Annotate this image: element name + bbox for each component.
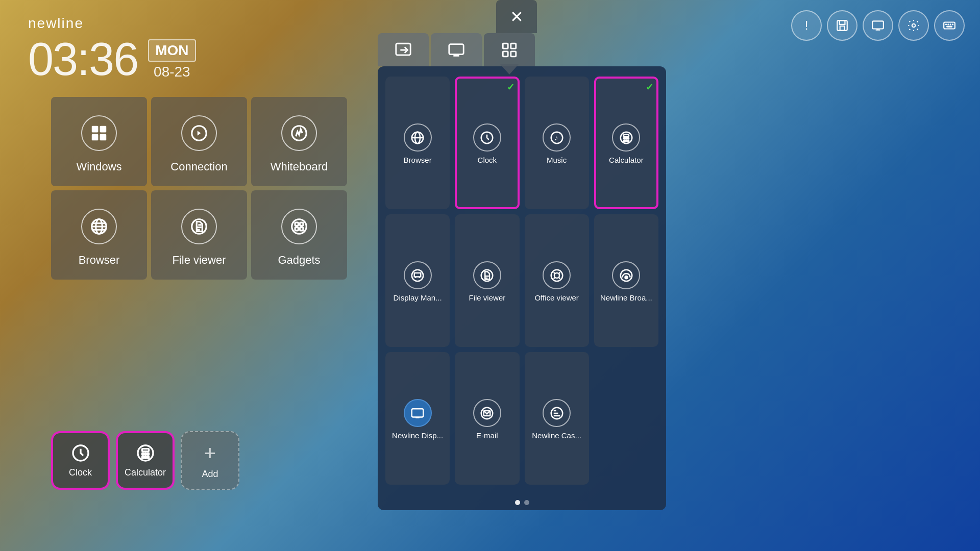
panel-newline-cast-label: Newline Cas... (529, 431, 585, 440)
clock-date-block: MON 08-23 (148, 39, 195, 80)
panel-clock-check: ✓ (507, 82, 514, 93)
app-tile-browser[interactable]: Browser (51, 190, 147, 280)
app-tile-windows[interactable]: Windows (51, 97, 147, 186)
connection-label: Connection (170, 160, 227, 173)
gadgets-label: Gadgets (278, 254, 320, 267)
panel-app-clock[interactable]: ✓ Clock (455, 77, 519, 209)
panel-tab-apps[interactable] (484, 33, 535, 66)
pagination-dot-1[interactable] (515, 500, 520, 505)
clock-day: MON (148, 39, 195, 62)
panel-calculator-check: ✓ (646, 82, 653, 93)
svg-rect-60 (627, 138, 629, 139)
pagination-dot-2[interactable] (524, 500, 529, 505)
svg-rect-61 (624, 140, 625, 142)
panel-tabs: ✕ (378, 33, 537, 66)
svg-rect-40 (144, 457, 146, 458)
panel-newline-broadcast-label: Newline Broa... (598, 293, 654, 302)
panel-file-viewer-icon (473, 261, 501, 289)
panel-tab-input[interactable] (378, 33, 429, 66)
top-right-toolbar: ! (791, 10, 965, 41)
file-viewer-label: File viewer (172, 254, 226, 267)
svg-rect-7 (944, 22, 955, 29)
svg-rect-14 (100, 126, 107, 132)
svg-rect-43 (449, 44, 463, 54)
dock-add-icon: + (204, 442, 216, 465)
svg-point-64 (412, 269, 424, 281)
svg-rect-37 (144, 453, 146, 455)
app-tile-connection[interactable]: Connection (151, 97, 247, 186)
app-tile-gadgets[interactable]: Gadgets (251, 190, 347, 280)
panel-app-newline-cast[interactable]: Newline Cas... (525, 352, 589, 485)
svg-rect-36 (142, 453, 143, 455)
svg-text:♪: ♪ (554, 133, 558, 142)
panel-app-office-viewer[interactable]: Office viewer (525, 214, 589, 347)
panel-browser-icon (404, 123, 432, 152)
dock-calculator-icon (135, 443, 156, 463)
panel-close-btn[interactable]: ✕ (496, 0, 537, 33)
browser-icon (81, 209, 117, 244)
panel-newline-cast-icon (543, 399, 571, 427)
whiteboard-icon (281, 115, 317, 151)
dock-item-calculator[interactable]: Calculator (116, 431, 175, 490)
panel-office-viewer-label: Office viewer (529, 293, 585, 302)
app-tile-file-viewer[interactable]: File viewer (151, 190, 247, 280)
dock-calculator-label: Calculator (125, 467, 166, 478)
browser-label: Browser (79, 254, 120, 267)
svg-rect-41 (147, 457, 149, 458)
file-viewer-icon (181, 209, 217, 244)
svg-rect-49 (511, 51, 516, 56)
app-tile-whiteboard[interactable]: Whiteboard (251, 97, 347, 186)
panel-calculator-icon (612, 123, 640, 152)
dock-item-clock[interactable]: Clock (51, 431, 110, 490)
panel-display-manager-label: Display Man... (389, 293, 446, 302)
clock-time: 03:36 (28, 33, 138, 86)
svg-rect-2 (840, 26, 845, 31)
alert-icon-btn[interactable]: ! (791, 10, 822, 41)
save-icon-btn[interactable] (827, 10, 857, 41)
svg-rect-15 (92, 134, 99, 140)
windows-label: Windows (76, 160, 121, 173)
svg-point-6 (912, 24, 916, 28)
connection-icon (181, 115, 217, 151)
svg-rect-72 (412, 409, 424, 417)
svg-point-68 (551, 269, 562, 281)
panel-email-label: E-mail (459, 431, 515, 440)
svg-rect-13 (92, 126, 99, 132)
svg-rect-38 (147, 453, 149, 455)
svg-rect-39 (142, 457, 143, 458)
svg-rect-3 (872, 21, 884, 29)
keyboard-icon-btn[interactable] (934, 10, 965, 41)
panel-app-newline-display[interactable]: Newline Disp... (385, 352, 450, 485)
svg-rect-29 (295, 222, 298, 226)
panel-tab-display[interactable] (431, 33, 482, 66)
panel-app-music[interactable]: ♪ ♪ Music (525, 77, 589, 209)
clock-display: 03:36 MON 08-23 (28, 33, 196, 86)
dock-clock-label: Clock (69, 467, 92, 478)
panel-app-newline-broadcast[interactable]: Newline Broa... (594, 214, 658, 347)
svg-rect-59 (626, 138, 627, 139)
panel-music-label: Music (529, 156, 585, 164)
display-icon-btn[interactable] (863, 10, 893, 41)
dock-item-add[interactable]: + Add (181, 431, 239, 490)
panel-newline-display-label: Newline Disp... (389, 431, 446, 440)
panel-file-viewer-label: File viewer (459, 293, 515, 302)
panel-app-email[interactable]: E-mail (455, 352, 519, 485)
panel-clock-icon (473, 123, 501, 152)
svg-point-71 (625, 276, 627, 279)
panel-app-browser[interactable]: Browser (385, 77, 450, 209)
svg-rect-62 (626, 140, 627, 142)
panel-app-file-viewer[interactable]: File viewer (455, 214, 519, 347)
panel-app-grid: Browser ✓ Clock ♪ ♪ Music (378, 66, 666, 495)
dock-add-label: Add (202, 469, 218, 480)
svg-rect-42 (396, 43, 410, 55)
panel-app-calculator[interactable]: ✓ Calculator (594, 77, 658, 209)
panel-browser-label: Browser (389, 156, 446, 164)
right-panel: ✕ Browser ✓ Clock (378, 66, 666, 510)
svg-rect-58 (624, 138, 625, 139)
brand-logo: newline (28, 15, 84, 32)
panel-app-display-manager[interactable]: Display Man... (385, 214, 450, 347)
svg-rect-16 (100, 134, 107, 140)
settings-icon-btn[interactable] (898, 10, 929, 41)
svg-rect-35 (142, 449, 149, 452)
pagination (378, 495, 666, 510)
